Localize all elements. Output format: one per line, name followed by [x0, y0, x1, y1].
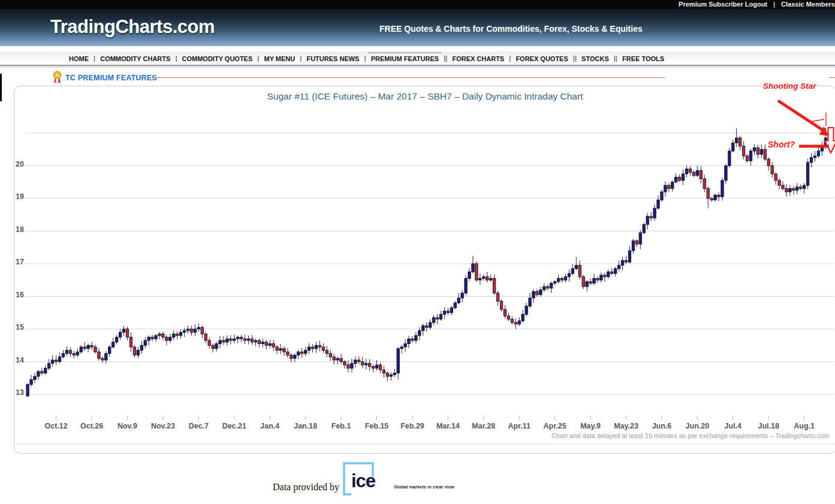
candle	[821, 141, 823, 156]
candle	[269, 340, 271, 348]
candle	[329, 350, 331, 361]
y-axis-label: 13	[16, 388, 24, 397]
candle	[756, 144, 759, 158]
candle	[365, 359, 367, 370]
candle	[810, 153, 812, 167]
candle	[785, 185, 788, 197]
candle	[596, 277, 599, 283]
candle	[415, 332, 417, 343]
candle	[351, 358, 353, 373]
candle	[411, 336, 414, 343]
candle	[233, 334, 236, 343]
premium-subscriber-logout-link[interactable]: Premium Subscriber Logout	[679, 1, 767, 8]
candle	[514, 318, 517, 329]
candle	[682, 170, 684, 185]
x-axis-label: Dec.7	[189, 422, 209, 430]
candle	[568, 270, 570, 282]
candle	[468, 268, 471, 281]
nav-item-free-tools[interactable]: FREE TOOLS	[619, 52, 667, 64]
candle	[34, 373, 36, 383]
data-provided-label: Data provided by	[273, 482, 339, 493]
candle	[679, 174, 681, 182]
candle	[65, 346, 68, 356]
candlestick-chart[interactable]: 1314151617181920Oct.12Oct.26Nov.9Nov.23D…	[14, 86, 835, 453]
candle	[496, 291, 499, 306]
classic-members-link[interactable]: Classic Members	[781, 1, 835, 8]
x-axis-label: Feb.29	[400, 422, 424, 430]
candle	[742, 141, 744, 159]
candle	[279, 344, 282, 354]
candle	[297, 349, 300, 359]
x-axis-label: Apr.25	[544, 422, 566, 430]
candle	[390, 372, 392, 381]
x-axis-label: Aug.1	[794, 422, 815, 430]
candle	[511, 316, 513, 324]
candle	[240, 334, 243, 342]
candle	[169, 334, 171, 343]
candle	[426, 322, 428, 332]
nav-item-home[interactable]: HOME	[66, 52, 92, 64]
candle	[518, 317, 520, 326]
candle	[789, 185, 791, 196]
x-axis-label: May.23	[614, 422, 638, 430]
x-axis-label: Feb.15	[365, 422, 389, 430]
candle	[58, 353, 61, 364]
y-axis-label: 17	[16, 258, 24, 266]
candle	[764, 144, 766, 161]
candle	[30, 375, 32, 387]
candle	[803, 183, 806, 193]
nav-item-forex-charts[interactable]: FOREX CHARTS	[449, 52, 507, 64]
candle	[243, 335, 246, 345]
candle	[432, 315, 435, 325]
candle	[824, 128, 827, 149]
nav-separator: ||	[612, 55, 619, 62]
site-header: TradingCharts.com FREE Quotes & Charts f…	[0, 9, 835, 46]
candle	[696, 166, 698, 177]
candle	[272, 340, 275, 351]
nav-item-my-menu[interactable]: MY MENU	[261, 52, 299, 64]
nav-item-stocks[interactable]: STOCKS	[578, 52, 612, 64]
candle	[475, 261, 478, 282]
candle	[48, 359, 50, 370]
x-axis-label: Oct.12	[45, 422, 68, 430]
candle	[760, 144, 762, 158]
candle	[625, 256, 627, 264]
nav-item-futures-news[interactable]: FUTURES NEWS	[303, 52, 362, 64]
candle	[98, 348, 100, 361]
candle	[800, 185, 802, 191]
candle	[55, 355, 57, 365]
nav-separator: |	[507, 55, 513, 62]
candle	[41, 367, 43, 375]
x-axis-label: Nov.23	[151, 422, 175, 430]
x-axis-label: Feb.1	[331, 422, 351, 430]
candle	[483, 274, 485, 281]
nav-item-forex-quotes[interactable]: FOREX QUOTES	[513, 52, 571, 64]
x-axis-label: Jul.4	[725, 422, 742, 430]
nav-item-commodity-quotes[interactable]: COMMODITY QUOTES	[179, 52, 256, 64]
nav-item-commodity-charts[interactable]: COMMODITY CHARTS	[97, 52, 173, 64]
candle	[774, 173, 777, 185]
top-bar: Premium Subscriber Logout|Classic Member…	[0, 0, 835, 9]
candle	[550, 282, 553, 293]
candle	[91, 342, 93, 351]
candle	[739, 136, 741, 150]
candle	[165, 335, 168, 345]
candle	[333, 354, 335, 364]
candle	[429, 319, 432, 330]
candle	[44, 366, 47, 375]
y-axis-label: 16	[16, 291, 24, 299]
candle	[261, 339, 264, 348]
candle	[707, 186, 709, 208]
candle	[532, 289, 535, 303]
y-axis-label: 15	[16, 323, 24, 331]
candle	[226, 336, 228, 346]
candle	[137, 347, 139, 358]
site-logo[interactable]: TradingCharts.com	[50, 16, 215, 38]
candle	[287, 348, 289, 358]
candle	[661, 190, 663, 202]
candle	[554, 280, 556, 285]
candle	[126, 327, 128, 340]
candle	[560, 276, 563, 282]
candle	[543, 283, 545, 292]
nav-item-premium-features[interactable]: PREMIUM FEATURES	[368, 52, 442, 64]
